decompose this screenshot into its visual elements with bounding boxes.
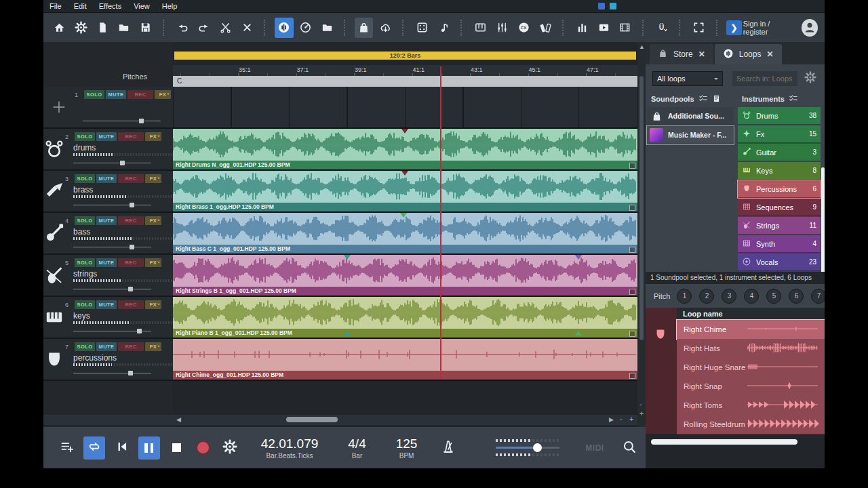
mute-button[interactable]: MUTE: [96, 300, 117, 309]
master-volume-slider[interactable]: [496, 447, 560, 449]
solo-button[interactable]: SOLO: [75, 342, 95, 351]
loops-settings-gear-icon[interactable]: [804, 71, 816, 86]
clip-option-icon[interactable]: [629, 289, 635, 295]
record-arm-button[interactable]: REC: [118, 132, 144, 141]
fullscreen-icon[interactable]: [690, 18, 709, 38]
video-icon[interactable]: [594, 18, 613, 38]
track-volume-slider[interactable]: [73, 163, 151, 163]
panel-toggle-icon[interactable]: ❯: [726, 20, 741, 35]
vocal-tune-icon[interactable]: Ü: [653, 18, 672, 38]
zoom-search-button[interactable]: [619, 437, 639, 459]
fx-button[interactable]: FX: [145, 174, 161, 183]
track-lane-4[interactable]: Right Bass C 1_ogg_001.HDP 125.00 BPM: [173, 213, 637, 255]
instrument-item[interactable]: Strings11: [738, 217, 821, 235]
playback-settings-button[interactable]: [219, 437, 239, 459]
slider-knob[interactable]: [130, 203, 134, 207]
home-icon[interactable]: [50, 18, 69, 38]
clip-header[interactable]: Right Brass 1_ogg.HDP 125.00 BPM: [173, 203, 637, 211]
loop-marker[interactable]: [344, 331, 351, 336]
loop-item[interactable]: Rolling Steeldrum: [677, 415, 825, 434]
audio-clip[interactable]: Right Brass 1_ogg.HDP 125.00 BPM: [173, 171, 637, 211]
playhead[interactable]: [440, 66, 441, 380]
pitch-4[interactable]: 4: [744, 289, 759, 304]
style-icon[interactable]: [536, 18, 555, 38]
slider-knob[interactable]: [128, 287, 133, 291]
clip-header[interactable]: Right Strings B 1_ogg_001.HDP 125.00 BPM: [173, 287, 637, 296]
slider-knob[interactable]: [128, 371, 133, 375]
settings-icon[interactable]: [72, 18, 91, 38]
track-volume-slider[interactable]: [73, 247, 151, 247]
select-all-icon[interactable]: [698, 94, 708, 104]
track-lane-1[interactable]: [173, 87, 637, 129]
signin-link[interactable]: Sign in / register: [743, 20, 793, 36]
clip-header[interactable]: Right Drums N_ogg_001.HDP 125.00 BPM: [173, 161, 637, 169]
tab-store[interactable]: Store ✕: [650, 44, 713, 64]
instrument-item[interactable]: Fx15: [738, 125, 821, 143]
new-project-icon[interactable]: [93, 18, 112, 38]
time-signature-display[interactable]: 4/4 Bar: [348, 436, 366, 460]
mute-button[interactable]: MUTE: [96, 174, 117, 183]
track-lane-5[interactable]: Right Strings B 1_ogg_001.HDP 125.00 BPM: [173, 255, 637, 297]
loops-search-input[interactable]: [732, 71, 797, 86]
user-avatar-icon[interactable]: [802, 19, 818, 37]
loop-marker[interactable]: [575, 255, 582, 260]
fx-button[interactable]: FX: [155, 90, 171, 99]
track-lane-6[interactable]: Right Piano B 1_ogg_001.HDP 125.00 BPM: [173, 297, 637, 339]
clip-header[interactable]: Right Chime_ogg_001.HDP 125.00 BPM: [173, 371, 637, 380]
cut-icon[interactable]: [216, 18, 235, 38]
record-arm-button[interactable]: REC: [127, 90, 153, 99]
fx-button[interactable]: FX: [145, 300, 161, 309]
instrument-item[interactable]: Keys8: [738, 162, 821, 180]
instrument-item[interactable]: Guitar3: [738, 144, 821, 161]
slider-knob[interactable]: [130, 245, 134, 249]
audio-clip[interactable]: Right Piano B 1_ogg_001.HDP 125.00 BPM: [173, 297, 637, 338]
record-arm-button[interactable]: REC: [118, 342, 144, 351]
clip-header[interactable]: Right Piano B 1_ogg_001.HDP 125.00 BPM: [173, 329, 637, 338]
track-volume-slider[interactable]: [73, 205, 151, 205]
solo-button[interactable]: SOLO: [75, 258, 95, 267]
open-project-icon[interactable]: [115, 18, 134, 38]
mixer-icon[interactable]: [493, 18, 512, 38]
tab-loops[interactable]: Loops ✕: [715, 44, 782, 64]
track-lane-3[interactable]: Right Brass 1_ogg.HDP 125.00 BPM: [173, 171, 637, 213]
slider-knob[interactable]: [139, 119, 144, 123]
instrument-item[interactable]: Synth4: [738, 235, 821, 253]
mute-button[interactable]: MUTE: [96, 132, 117, 141]
mute-button[interactable]: MUTE: [96, 216, 117, 225]
metronome-button[interactable]: [437, 437, 458, 459]
store-icon[interactable]: [355, 18, 374, 38]
clip-header[interactable]: Right Bass C 1_ogg_001.HDP 125.00 BPM: [173, 245, 637, 253]
record-arm-button[interactable]: REC: [118, 216, 144, 225]
clip-option-icon[interactable]: [629, 331, 635, 337]
record-arm-button[interactable]: REC: [118, 174, 144, 183]
fx-button[interactable]: FX: [145, 342, 161, 351]
effects-icon[interactable]: FX: [514, 18, 533, 38]
menu-item-file[interactable]: File: [43, 2, 68, 10]
close-store-tab-icon[interactable]: ✕: [698, 49, 705, 59]
zoom-in-button[interactable]: +: [629, 415, 633, 423]
timeline-ruler[interactable]: 35:137:139:141:143:145:147:1: [173, 65, 637, 76]
fx-button[interactable]: FX: [145, 258, 161, 267]
fx-button[interactable]: FX: [145, 132, 161, 141]
menu-item-edit[interactable]: Edit: [68, 2, 93, 10]
solo-button[interactable]: SOLO: [75, 174, 95, 183]
key-row[interactable]: C: [173, 76, 637, 87]
visualizer-icon[interactable]: [573, 18, 592, 38]
pitch-3[interactable]: 3: [722, 289, 736, 304]
clip-option-icon[interactable]: [629, 373, 635, 379]
soundpool-item[interactable]: Additional Sou...: [647, 107, 734, 125]
audio-clip[interactable]: Right Bass C 1_ogg_001.HDP 125.00 BPM: [173, 213, 637, 253]
vertical-scroll-thumb[interactable]: [639, 76, 644, 340]
undo-icon[interactable]: [173, 18, 192, 38]
cloud-import-icon[interactable]: [376, 18, 395, 38]
pause-button[interactable]: [138, 436, 160, 460]
window-icon[interactable]: [598, 3, 605, 9]
solo-button[interactable]: SOLO: [75, 132, 95, 141]
track-volume-slider[interactable]: [73, 331, 151, 331]
loop-playback-button[interactable]: [83, 436, 105, 460]
loop-marker[interactable]: [401, 129, 408, 134]
instrument-item[interactable]: Percussions6: [738, 180, 821, 198]
clip-option-icon[interactable]: [629, 205, 635, 211]
mute-button[interactable]: MUTE: [96, 342, 117, 351]
loop-marker[interactable]: [575, 331, 582, 336]
